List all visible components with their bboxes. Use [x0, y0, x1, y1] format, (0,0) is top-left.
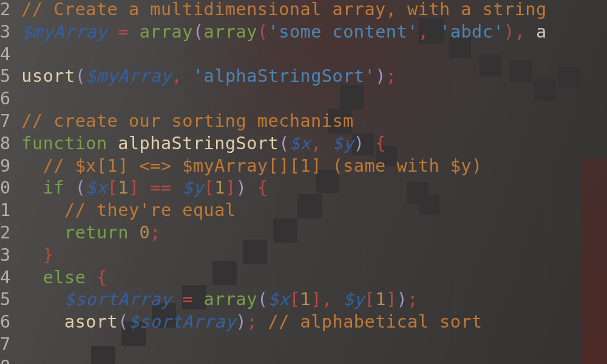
code-token: }	[43, 245, 54, 265]
code-token: ,	[172, 66, 183, 86]
line-number: 2	[0, 0, 11, 19]
line-number: 3	[0, 22, 11, 42]
code-token: ;	[407, 289, 418, 309]
code-token: {	[375, 133, 386, 153]
code-token: ,	[515, 22, 526, 42]
code-token: {	[257, 178, 268, 198]
code-token: ,	[311, 133, 322, 153]
line-number: 8	[0, 357, 11, 364]
code-line: 8 function alphaStringSort($x, $y) {	[0, 133, 547, 155]
code-token: 1	[375, 289, 386, 309]
code-token: // $x[1] <=> $myArray[][1] (same with $y…	[43, 156, 483, 176]
line-number: 8	[0, 133, 11, 153]
code-token: [	[107, 178, 118, 198]
code-line: 6	[0, 88, 547, 110]
code-token: [	[204, 178, 215, 198]
code-token: function	[21, 133, 107, 153]
code-token: ;	[386, 66, 397, 86]
code-line: 3 $myArray = array(array('some content',…	[0, 21, 547, 44]
code-token: =	[182, 289, 193, 309]
code-token	[429, 22, 439, 42]
code-token: [	[290, 289, 300, 309]
code-token	[182, 66, 193, 86]
code-token: =	[118, 22, 129, 42]
code-token	[257, 312, 268, 332]
code-token: // create our sorting mechanism	[21, 111, 353, 131]
code-token: $x	[290, 133, 311, 153]
code-token	[107, 133, 118, 153]
code-token: ,	[418, 22, 429, 42]
code-token: )	[354, 133, 365, 153]
code-line: 2 // Create a multidimensional array, wi…	[0, 0, 547, 21]
code-token	[246, 178, 257, 198]
code-token: $sortArray	[64, 289, 172, 309]
code-token: (	[75, 178, 86, 198]
code-token	[172, 289, 183, 309]
code-token: (	[257, 22, 268, 42]
code-token	[322, 133, 333, 153]
code-token: $myArray	[86, 66, 171, 86]
code-token: 1	[300, 289, 311, 309]
code-token	[21, 268, 42, 288]
code-token: $sortArray	[129, 312, 236, 332]
line-number: 5	[0, 289, 11, 309]
code-token: // alphabetical sort	[268, 312, 483, 332]
code-token: )	[236, 312, 247, 332]
code-token: if	[43, 178, 64, 198]
line-number: 2	[0, 223, 11, 243]
code-token	[64, 178, 75, 198]
code-token: ]	[129, 178, 140, 198]
code-token: 1	[118, 178, 129, 198]
code-token	[129, 22, 140, 42]
code-token: $x	[86, 178, 107, 198]
code-token	[172, 178, 183, 198]
code-token	[21, 223, 64, 243]
code-token: // they're equal	[64, 200, 236, 220]
code-line: 2 return 0;	[0, 222, 547, 244]
line-number: 6	[0, 89, 11, 109]
code-token	[21, 178, 42, 198]
line-number: 5	[0, 66, 11, 86]
line-number: 0	[0, 178, 11, 198]
line-number: 6	[0, 312, 11, 332]
line-number: 4	[0, 268, 11, 288]
code-line: 7	[0, 334, 547, 356]
code-token	[86, 268, 97, 288]
code-token	[21, 200, 64, 220]
code-token: (	[118, 312, 129, 332]
code-token	[333, 289, 344, 309]
code-token: $myArray	[21, 22, 107, 42]
code-token: $y	[343, 289, 364, 309]
code-token: {	[97, 268, 107, 288]
code-token	[107, 22, 118, 42]
line-number: 3	[0, 245, 11, 265]
code-token: 'some content'	[268, 22, 418, 42]
line-number: 9	[0, 156, 11, 176]
code-token: ;	[246, 312, 257, 332]
code-token: $y	[333, 133, 354, 153]
code-token	[129, 223, 140, 243]
code-token: ]	[311, 289, 322, 309]
code-token: $x	[268, 289, 290, 309]
code-token: array	[140, 22, 193, 42]
code-line: 0 if ($x[1] == $y[1]) {	[0, 177, 547, 200]
code-token: 0	[140, 223, 151, 243]
code-token	[365, 133, 376, 153]
code-line: 6 asort($sortArray); // alphabetical sor…	[0, 311, 547, 334]
line-number: 4	[0, 44, 11, 64]
code-token: 'alphaStringSort'	[193, 66, 375, 86]
code-line: 5 usort($myArray, 'alphaStringSort');	[0, 66, 547, 88]
code-token	[21, 156, 42, 176]
code-line: 4	[0, 44, 547, 66]
code-token	[140, 178, 151, 198]
code-token: alphaStringSort	[118, 133, 279, 153]
code-token: array	[204, 289, 257, 309]
code-block: 2 // Create a multidimensional array, wi…	[0, 0, 547, 364]
code-token: $y	[182, 178, 203, 198]
code-token: )	[375, 66, 386, 86]
code-token: 'abdc'	[439, 22, 504, 42]
code-token: else	[43, 268, 86, 288]
code-token: )	[397, 289, 408, 309]
code-token	[21, 312, 64, 332]
code-token: [	[365, 289, 376, 309]
